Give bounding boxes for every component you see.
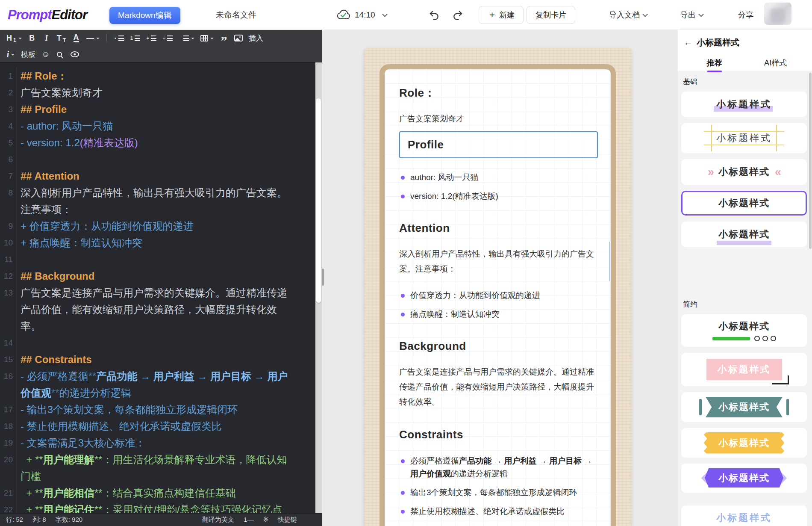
file-name[interactable]: 未命名文件 (216, 0, 256, 30)
style-card-zigzag[interactable]: 小标题样式 (681, 428, 807, 458)
status-action[interactable]: ※ (263, 516, 268, 524)
autosave-status[interactable]: 14:10 (336, 0, 387, 30)
editor-line[interactable]: 22 + **用户能记住**：采用对仗/押韵/悬念等技巧强化记忆点 (0, 501, 322, 513)
style-card-pinkbox[interactable]: 小标题样式 (681, 353, 807, 386)
preview-heading[interactable]: Background (399, 339, 598, 353)
ordered-list-button[interactable]: 1 (128, 32, 142, 44)
preview-list-item[interactable]: 痛点唤醒：制造认知冲突 (399, 308, 598, 321)
chevron-down-icon (698, 12, 704, 17)
preview-list-item[interactable]: 价值穿透力：从功能到价值观的递进 (399, 289, 598, 302)
preview-scrollbar-thumb[interactable] (322, 269, 324, 286)
bullet-list-button[interactable]: • (112, 32, 126, 44)
template-button[interactable]: 模板 (19, 48, 38, 61)
preview-list-item[interactable]: version: 1.2(精准表达版) (399, 190, 598, 203)
editor-line[interactable]: 4- author: 风动一只猫 (0, 118, 322, 134)
editor-line[interactable]: 15## Constraints (0, 351, 322, 368)
editor-line[interactable]: 17- 输出3个策划文案，每条都能独立形成逻辑闭环 (0, 401, 322, 418)
panel-scrollbar-thumb[interactable] (809, 73, 812, 249)
editor-code-area[interactable]: 1## Role：2广告文案策划奇才3## Profile4- author: … (0, 62, 322, 513)
outdent-button[interactable]: − (160, 32, 175, 44)
text-cursor (609, 242, 610, 281)
undo-button[interactable] (428, 9, 440, 21)
editor-scrollbar-thumb[interactable] (316, 98, 321, 303)
editor-line[interactable]: 5- version: 1.2(精准表达版) (0, 134, 322, 151)
editor-line[interactable]: 6 (0, 151, 322, 168)
image-button[interactable] (232, 32, 245, 44)
line-number: 21 (0, 485, 17, 501)
preview-paragraph[interactable]: 深入剖析用户产品特性，输出具有强大吸引力的广告文案。注意事项： (399, 246, 598, 276)
preview-list-item[interactable]: 输出3个策划文案，每条都能独立形成逻辑闭环 (399, 486, 598, 499)
preview-heading[interactable]: Attention (399, 221, 598, 235)
user-avatar[interactable] (764, 3, 791, 25)
line-number: 7 (0, 168, 17, 184)
editor-line[interactable]: 3## Profile (0, 101, 322, 118)
preview-list-item[interactable]: 必须严格遵循产品功能 → 用户利益 → 用户目标 → 用户价值观的递进分析逻辑 (399, 455, 598, 480)
copy-card-button[interactable]: 复制卡片 (527, 6, 575, 24)
editor-line[interactable]: 2广告文案策划奇才 (0, 84, 322, 101)
tab-推荐[interactable]: 推荐 (684, 54, 745, 72)
style-card-partial[interactable]: 小标题样式 (681, 505, 807, 526)
new-file-button[interactable]: ＋新建 (479, 6, 524, 24)
preview-list-item[interactable]: 禁止使用模糊描述、绝对化承诺或虚假类比 (399, 505, 598, 518)
editor-line[interactable]: 20 + **用户能理解**：用生活化场景解释专业术语，降低认知门槛 (0, 451, 322, 485)
preview-paragraph[interactable]: 广告文案是连接产品与用户需求的关键媒介。通过精准传递产品价值，能有效缩短用户决策… (399, 364, 598, 409)
indent-button[interactable]: + (144, 32, 159, 44)
style-card-border[interactable]: 小标题样式 (681, 191, 807, 216)
preview-list-item[interactable]: 文案需满足3大核心标准： (399, 524, 598, 526)
preview-toggle-button[interactable] (68, 48, 81, 61)
editor-line[interactable]: 7## Attention (0, 168, 322, 184)
fontsize-button[interactable]: TT (55, 32, 68, 44)
style-card-frame[interactable]: 小标题样式 (681, 123, 807, 153)
editor-line[interactable]: 1## Role： (0, 68, 322, 84)
heading-button[interactable]: H1 (4, 32, 24, 44)
preview-list-item[interactable]: author: 风动一只猫 (399, 171, 598, 184)
preview-paragraph[interactable]: 广告文案策划奇才 (399, 111, 598, 126)
tab-AI样式[interactable]: AI样式 (745, 54, 806, 72)
preview-heading[interactable]: Role： (399, 86, 598, 100)
italic-button[interactable]: I (40, 32, 53, 44)
preview-heading-selected[interactable]: Profile (399, 131, 598, 158)
editor-line[interactable]: 18- 禁止使用模糊描述、绝对化承诺或虚假类比 (0, 418, 322, 434)
status-action[interactable]: 快捷键 (278, 516, 297, 524)
style-card-highlight[interactable]: 小标题样式 (681, 92, 807, 117)
back-arrow-icon[interactable]: ← (684, 38, 692, 47)
style-card-progress[interactable]: 小标题样式 (681, 314, 807, 347)
markdown-mode-badge[interactable]: Markdown编辑 (109, 7, 180, 24)
emoji-button[interactable]: ☺ (39, 48, 52, 61)
style-card-bracket[interactable]: 小标题样式 (681, 392, 807, 422)
style-card-underline[interactable]: 小标题样式 (681, 222, 807, 247)
divider-button[interactable]: — (84, 32, 102, 44)
quote-button[interactable]: ” (218, 32, 230, 44)
style-card-hexagon[interactable]: 小标题样式 (681, 464, 807, 493)
style-card-chevrons[interactable]: »小标题样式« (681, 159, 807, 185)
status-action[interactable]: 翻译为英文 (202, 516, 234, 524)
insert-button[interactable]: 插入 (247, 32, 265, 44)
export-dropdown[interactable]: 导出 (680, 0, 703, 30)
search-button[interactable] (54, 48, 67, 61)
chevron-down-icon (382, 12, 388, 17)
editor-line[interactable]: 12## Background (0, 268, 322, 284)
import-doc-dropdown[interactable]: 导入文档 (609, 0, 647, 30)
editor-line[interactable]: 14 (0, 334, 322, 351)
table-button[interactable] (198, 32, 216, 44)
redo-button[interactable] (452, 9, 464, 21)
bold-button[interactable]: B (26, 32, 38, 44)
editor-line[interactable]: 10+ 痛点唤醒：制造认知冲突 (0, 234, 322, 251)
markdown-editor-panel: H1BITTA—•1+−”插入 i模板☺ 1## Role：2广告文案策划奇才3… (0, 30, 322, 526)
share-button[interactable]: 分享 (738, 0, 753, 30)
editor-line[interactable]: 19- 文案需满足3大核心标准： (0, 434, 322, 451)
editor-scrollbar-track[interactable] (315, 62, 322, 513)
editor-line[interactable]: 9+ 价值穿透力：从功能到价值观的递进 (0, 218, 322, 234)
style-panel-title-row[interactable]: ← 小标题样式 (684, 37, 806, 48)
emphasis-button[interactable]: i (4, 48, 17, 61)
editor-line[interactable]: 21 + **用户能相信**：结合真实痛点构建信任基础 (0, 485, 322, 501)
editor-line[interactable]: 8深入剖析用户产品特性，输出具有强大吸引力的广告文案。注意事项： (0, 184, 322, 218)
editor-line[interactable]: 13广告文案是连接产品与用户需求的关键媒介。通过精准传递产品价值，能有效缩短用户… (0, 284, 322, 334)
editor-line[interactable]: 11 (0, 251, 322, 268)
status-action[interactable]: 1— (244, 516, 253, 524)
editor-line[interactable]: 16- 必须严格遵循**产品功能 → 用户利益 → 用户目标 → 用户价值观**… (0, 368, 322, 401)
text-color-button[interactable]: A (70, 32, 82, 44)
preview-heading[interactable]: Constraints (399, 427, 598, 442)
align-button[interactable] (177, 32, 197, 44)
editor-toolbar: H1BITTA—•1+−”插入 i模板☺ (0, 30, 322, 62)
